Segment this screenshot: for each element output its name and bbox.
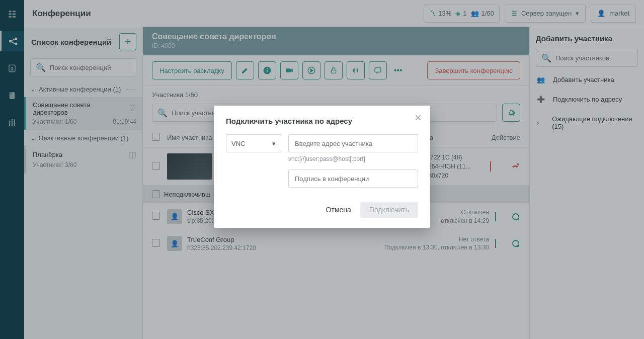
protocol-select[interactable]: VNC ▾ bbox=[226, 134, 281, 152]
address-input[interactable] bbox=[288, 134, 418, 152]
address-hint: vnc:[//]user:pass@host[:port] bbox=[288, 155, 418, 162]
connect-modal: Подключить участника по адресу VNC ▾ vnc… bbox=[214, 106, 430, 228]
connect-button[interactable]: Подключить bbox=[360, 202, 418, 218]
modal-overlay[interactable]: Подключить участника по адресу VNC ▾ vnc… bbox=[0, 0, 644, 339]
close-button[interactable] bbox=[414, 114, 422, 122]
chevron-down-icon: ▾ bbox=[272, 140, 276, 147]
protocol-value: VNC bbox=[231, 140, 245, 147]
modal-title: Подключить участника по адресу bbox=[226, 117, 418, 125]
caption-input[interactable] bbox=[288, 170, 418, 188]
cancel-button[interactable]: Отмена bbox=[324, 202, 353, 218]
